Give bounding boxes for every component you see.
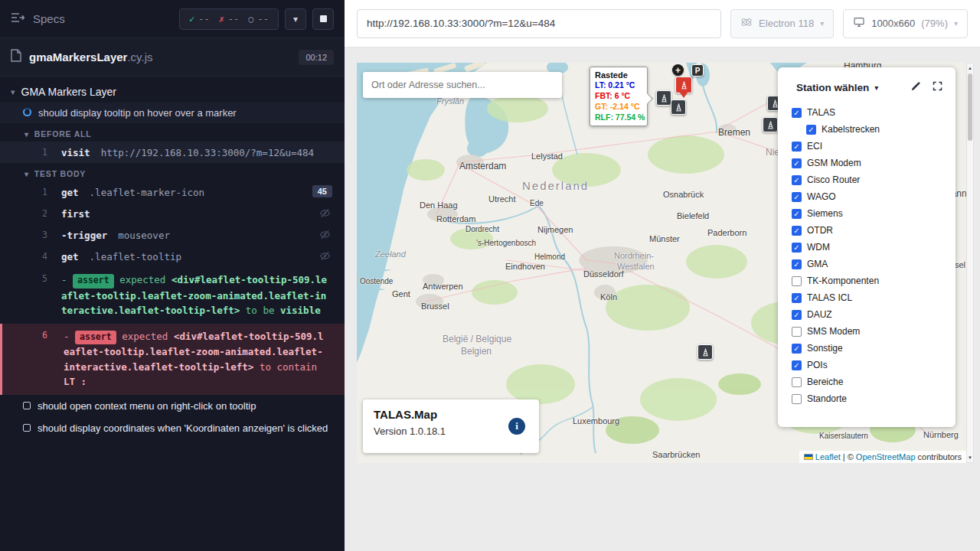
station-marker-icon[interactable] (763, 117, 778, 132)
specs-menu-icon[interactable] (11, 12, 25, 26)
station-filter-item[interactable]: ✓WAGO (778, 188, 956, 205)
checkbox-unchecked-icon[interactable] (792, 276, 802, 286)
station-marker-icon[interactable] (656, 90, 671, 106)
suite-gma-markers-layer[interactable]: ▾ GMA Markers Layer (0, 77, 345, 103)
station-filter-label: WAGO (807, 191, 836, 202)
station-filter-item[interactable]: TK-Komponenten (778, 272, 956, 289)
section-label: BEFORE ALL (34, 129, 92, 139)
command-name: get (61, 251, 79, 262)
station-marker-icon[interactable] (671, 99, 686, 115)
leaflet-map[interactable]: GroningenFryslânAmsterdamLelystadNederla… (357, 63, 966, 463)
station-filter-item[interactable]: ✓GMA (778, 256, 956, 272)
station-filter-item[interactable]: ✓POIs (778, 357, 956, 373)
viewport-select[interactable]: 1000x660 (79%) ▾ (843, 9, 968, 38)
edit-pencil-icon[interactable] (910, 80, 922, 95)
checkbox-checked-icon[interactable]: ✓ (792, 344, 802, 354)
parking-marker-icon[interactable]: P (691, 64, 704, 77)
spec-duration: 00:12 (299, 50, 334, 65)
station-filter-item[interactable]: ✓Sonstige (778, 340, 956, 357)
test-pending-context-menu[interactable]: should open context menu on right-click … (0, 395, 345, 417)
checkbox-checked-icon[interactable]: ✓ (792, 192, 802, 202)
command-visit[interactable]: 1 visit http://192.168.10.33:3000/?m=12&… (0, 142, 345, 163)
station-filter-item[interactable]: ✓GSM Modem (778, 155, 956, 171)
map-attribution: Leaflet | © OpenStreetMap contributors (799, 451, 966, 463)
stop-button[interactable] (312, 8, 334, 30)
checkbox-checked-icon[interactable]: ✓ (792, 259, 802, 269)
scrollbar-thumb[interactable] (968, 73, 972, 141)
browser-select[interactable]: Electron 118 ▾ (730, 9, 834, 38)
map-search-box[interactable] (363, 72, 562, 98)
cypress-reporter: Specs ✓-- ✗-- ○-- ▾ gmaMarkersLayer.cy.j… (0, 0, 345, 551)
add-marker-button[interactable]: + (672, 64, 684, 76)
expand-icon[interactable] (932, 80, 943, 95)
checkbox-checked-icon[interactable]: ✓ (792, 158, 802, 168)
checkbox-checked-icon[interactable]: ✓ (792, 226, 802, 236)
checkbox-checked-icon[interactable]: ✓ (792, 142, 802, 152)
test-title: should display tooltip on hover over a m… (38, 107, 237, 119)
electron-icon (740, 16, 753, 31)
checkbox-unchecked-icon[interactable] (792, 377, 802, 387)
checkbox-checked-icon[interactable]: ✓ (792, 209, 802, 219)
station-filter-item[interactable]: Bereiche (778, 373, 956, 390)
panel-title: Station wählen (796, 82, 869, 93)
station-filter-item[interactable]: ✓Cisco Router (778, 171, 956, 188)
station-filter-item[interactable]: ✓WDM (778, 239, 956, 256)
station-filter-label: OTDR (807, 225, 833, 236)
checkbox-checked-icon[interactable]: ✓ (792, 310, 802, 320)
station-filter-item[interactable]: ✓Siemens (778, 205, 956, 222)
app-scrollbar[interactable]: ▲ ▼ (966, 63, 974, 463)
checkbox-unchecked-icon[interactable] (792, 327, 802, 337)
station-filter-label: SMS Modem (807, 326, 860, 337)
section-before-all[interactable]: ▾ BEFORE ALL (0, 123, 345, 142)
ukraine-flag-icon (804, 454, 813, 460)
station-filter-item[interactable]: ✓TALAS ICL (778, 289, 956, 306)
station-filter-item[interactable]: ✓DAUZ (778, 306, 956, 323)
station-filter-item[interactable]: SMS Modem (778, 323, 956, 340)
scroll-up-button[interactable]: ▲ (967, 64, 973, 73)
station-filter-item[interactable]: ✓OTDR (778, 222, 956, 239)
checkbox-checked-icon[interactable]: ✓ (792, 243, 802, 253)
command-arg: .leaflet-marker-icon (90, 187, 205, 198)
x-icon: ✗ (219, 14, 224, 24)
assert-message: - assert expected <div#leaflet-tooltip-5… (64, 329, 328, 390)
command-name: -trigger (61, 230, 107, 241)
command-get-markers[interactable]: 1 get .leaflet-marker-icon 45 (0, 181, 345, 203)
section-test-body[interactable]: ▾ TEST BODY (0, 163, 345, 181)
marker-tooltip[interactable]: Rastede LT: 0.21 °CFBT: 6 °CGT: -2.14 °C… (590, 67, 648, 126)
eye-slash-icon (319, 230, 331, 242)
leaflet-link[interactable]: Leaflet (815, 452, 841, 461)
url-input[interactable] (357, 9, 721, 38)
assert-failed[interactable]: 6 - assert expected <div#leaflet-tooltip… (0, 324, 345, 395)
command-get-tooltip[interactable]: 4 get .leaflet-tooltip (0, 246, 345, 267)
checkbox-checked-icon[interactable]: ✓ (806, 125, 816, 135)
station-filter-item[interactable]: Standorte (778, 390, 956, 407)
test-pending-coordinates[interactable]: should display coordinates when 'Koordin… (0, 417, 345, 439)
station-filter-panel: Station wählen ▾ ✓TALAS✓Kabelstrecken✓EC… (778, 67, 956, 427)
checkbox-checked-icon[interactable]: ✓ (792, 108, 802, 118)
station-filter-item[interactable]: ✓ECI (778, 138, 956, 155)
chevron-down-icon[interactable]: ▾ (874, 83, 878, 92)
station-filter-label: Standorte (807, 393, 847, 404)
checkbox-checked-icon[interactable]: ✓ (792, 175, 802, 185)
station-filter-label: Bereiche (807, 377, 843, 387)
search-input[interactable] (363, 80, 562, 90)
check-icon: ✓ (189, 14, 194, 24)
running-spinner-icon (23, 108, 31, 116)
scroll-down-button[interactable]: ▼ (967, 453, 973, 462)
hovered-marker-icon[interactable] (675, 77, 692, 93)
viewport-label: 1000x660 (871, 18, 915, 29)
station-filter-item[interactable]: ✓TALAS (778, 104, 956, 121)
checkbox-checked-icon[interactable]: ✓ (792, 293, 802, 303)
test-active[interactable]: should display tooltip on hover over a m… (0, 103, 345, 123)
info-icon[interactable]: i (508, 418, 525, 435)
command-first[interactable]: 2 first (0, 203, 345, 224)
checkbox-unchecked-icon[interactable] (792, 394, 802, 404)
checkbox-checked-icon[interactable]: ✓ (792, 360, 802, 370)
chevron-down-icon: ▾ (24, 130, 29, 139)
assert-passed[interactable]: 5 - assert expected <div#leaflet-tooltip… (0, 267, 345, 324)
collapse-dropdown-button[interactable]: ▾ (285, 8, 306, 30)
command-trigger-mouseover[interactable]: 3 -trigger mouseover (0, 224, 345, 246)
station-marker-icon[interactable] (697, 344, 713, 360)
osm-link[interactable]: OpenStreetMap (856, 452, 916, 461)
station-filter-item[interactable]: ✓Kabelstrecken (778, 121, 956, 138)
